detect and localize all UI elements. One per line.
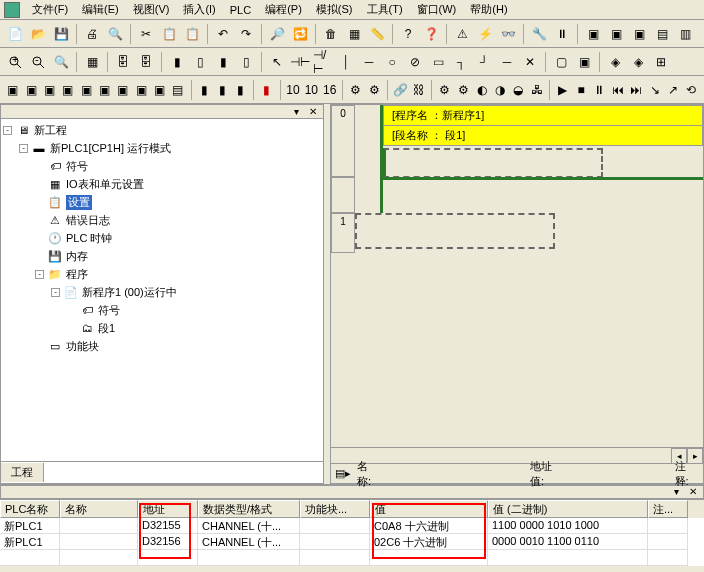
glasses-icon[interactable]: 👓 — [497, 23, 519, 45]
menu-file[interactable]: 文件(F) — [26, 1, 74, 18]
tree-iotable[interactable]: IO表和单元设置 — [66, 177, 144, 192]
skip-fwd-icon[interactable]: ⏭ — [628, 79, 645, 101]
panel-minimize-icon[interactable]: ▾ — [670, 486, 683, 498]
panel-close-icon[interactable]: ✕ — [305, 106, 321, 118]
col-comment[interactable]: 注... — [648, 500, 688, 518]
open-icon[interactable]: 📂 — [27, 23, 49, 45]
window3-icon[interactable]: ▣ — [628, 23, 650, 45]
win-e-icon[interactable]: ▣ — [77, 79, 94, 101]
win-g-icon[interactable]: ▣ — [114, 79, 131, 101]
ladder-selection[interactable] — [383, 148, 603, 178]
tool3-icon[interactable]: ⊞ — [650, 51, 672, 73]
menu-view[interactable]: 视图(V) — [127, 1, 176, 18]
find-icon[interactable]: 🔎 — [266, 23, 288, 45]
tree-expander-icon[interactable]: - — [51, 288, 60, 297]
net-icon[interactable]: 🖧 — [528, 79, 545, 101]
mark3-icon[interactable]: ▮ — [232, 79, 249, 101]
mark2-icon[interactable]: ▮ — [214, 79, 231, 101]
col-funcblock[interactable]: 功能块... — [300, 500, 370, 518]
db2-icon[interactable]: 🗄 — [135, 51, 157, 73]
watch-body[interactable]: 新PLC1 D32155 CHANNEL (十... C0A8 十六进制 110… — [0, 518, 704, 566]
tree-expander-icon[interactable]: - — [3, 126, 12, 135]
unlink-icon[interactable]: ⛓ — [410, 79, 427, 101]
mark1-icon[interactable]: ▮ — [195, 79, 212, 101]
step-out-icon[interactable]: ↗ — [664, 79, 681, 101]
warning-icon[interactable]: ⚠ — [451, 23, 473, 45]
col-address[interactable]: 地址 — [138, 500, 198, 518]
tree-errorlog[interactable]: 错误日志 — [66, 213, 110, 228]
pause-icon[interactable]: ⏸ — [551, 23, 573, 45]
whats-this-icon[interactable]: ❓ — [420, 23, 442, 45]
tool1-icon[interactable]: ◈ — [604, 51, 626, 73]
tree-funcblock[interactable]: 功能块 — [66, 339, 99, 354]
win-a-icon[interactable]: ▣ — [4, 79, 21, 101]
tree-clock[interactable]: PLC 时钟 — [66, 231, 112, 246]
panel-icon[interactable]: ▤ — [169, 79, 186, 101]
vert-line-icon[interactable]: │ — [335, 51, 357, 73]
preview-icon[interactable]: 🔍 — [104, 23, 126, 45]
delete-icon[interactable]: 🗑 — [320, 23, 342, 45]
bar4-icon[interactable]: ▯ — [235, 51, 257, 73]
sim-c-icon[interactable]: ◒ — [510, 79, 527, 101]
ncoil-icon[interactable]: ⊘ — [404, 51, 426, 73]
win-f-icon[interactable]: ▣ — [96, 79, 113, 101]
win-c-icon[interactable]: ▣ — [41, 79, 58, 101]
sim-b-icon[interactable]: ◑ — [491, 79, 508, 101]
link-icon[interactable]: 🔗 — [392, 79, 409, 101]
window1-icon[interactable]: ▣ — [582, 23, 604, 45]
win-d-icon[interactable]: ▣ — [59, 79, 76, 101]
box2-icon[interactable]: ▣ — [573, 51, 595, 73]
zoom-fit-icon[interactable]: 🔍 — [50, 51, 72, 73]
ladder-empty-rung[interactable] — [355, 213, 555, 249]
watch-row[interactable]: 新PLC1 D32156 CHANNEL (十... 02C6 十六进制 000… — [0, 534, 704, 550]
col-value[interactable]: 值 — [370, 500, 488, 518]
project-tree[interactable]: -🖥新工程 -▬新PLC1[CP1H] 运行模式 🏷符号 ▦IO表和单元设置 📋… — [1, 119, 323, 461]
undo-icon[interactable]: ↶ — [212, 23, 234, 45]
func-icon[interactable]: ▭ — [427, 51, 449, 73]
bolt-icon[interactable]: ⚡ — [474, 23, 496, 45]
layer-icon[interactable]: ▤ — [651, 23, 673, 45]
sim-a-icon[interactable]: ◐ — [473, 79, 490, 101]
menu-plc[interactable]: PLC — [224, 3, 257, 17]
line-icon[interactable]: ─ — [496, 51, 518, 73]
col-name[interactable]: 名称 — [60, 500, 138, 518]
win-h-icon[interactable]: ▣ — [133, 79, 150, 101]
chip-icon[interactable]: ▦ — [81, 51, 103, 73]
radix10b-icon[interactable]: 10 — [303, 79, 320, 101]
tree-memory[interactable]: 内存 — [66, 249, 88, 264]
paste-icon[interactable]: 📋 — [181, 23, 203, 45]
play-icon[interactable]: ▶ — [554, 79, 571, 101]
cursor-icon[interactable]: ↖ — [266, 51, 288, 73]
window2-icon[interactable]: ▣ — [605, 23, 627, 45]
radix10a-icon[interactable]: 10 — [284, 79, 301, 101]
stack-icon[interactable]: ▥ — [674, 23, 696, 45]
panel-minimize-icon[interactable]: ▾ — [290, 106, 303, 118]
bar2-icon[interactable]: ▯ — [189, 51, 211, 73]
radix16-icon[interactable]: 16 — [321, 79, 338, 101]
print-icon[interactable]: 🖨 — [81, 23, 103, 45]
step-in-icon[interactable]: ↘ — [646, 79, 663, 101]
branch2-icon[interactable]: ┘ — [473, 51, 495, 73]
col-datatype[interactable]: 数据类型/格式 — [198, 500, 300, 518]
coil-icon[interactable]: ○ — [381, 51, 403, 73]
gear2-icon[interactable]: ⚙ — [366, 79, 383, 101]
tree-prog-symbols[interactable]: 符号 — [98, 303, 120, 318]
tree-plc[interactable]: 新PLC1[CP1H] 运行模式 — [50, 141, 171, 156]
col-binary[interactable]: 值 (二进制) — [488, 500, 648, 518]
left-tab-project[interactable]: 工程 — [1, 463, 44, 482]
tree-root[interactable]: 新工程 — [34, 123, 67, 138]
reset-icon[interactable]: ⟲ — [683, 79, 700, 101]
tree-programs[interactable]: 程序 — [66, 267, 88, 282]
menu-edit[interactable]: 编辑(E) — [76, 1, 125, 18]
stop-icon[interactable]: ■ — [572, 79, 589, 101]
box1-icon[interactable]: ▢ — [550, 51, 572, 73]
copy-icon[interactable]: 📋 — [158, 23, 180, 45]
win-b-icon[interactable]: ▣ — [22, 79, 39, 101]
menu-program[interactable]: 编程(P) — [259, 1, 308, 18]
tool2-icon[interactable]: ◈ — [627, 51, 649, 73]
sim-step-icon[interactable]: ⚙ — [455, 79, 472, 101]
new-icon[interactable]: 📄 — [4, 23, 26, 45]
menu-help[interactable]: 帮助(H) — [464, 1, 513, 18]
watch-row[interactable]: 新PLC1 D32155 CHANNEL (十... C0A8 十六进制 110… — [0, 518, 704, 534]
bar1-icon[interactable]: ▮ — [166, 51, 188, 73]
